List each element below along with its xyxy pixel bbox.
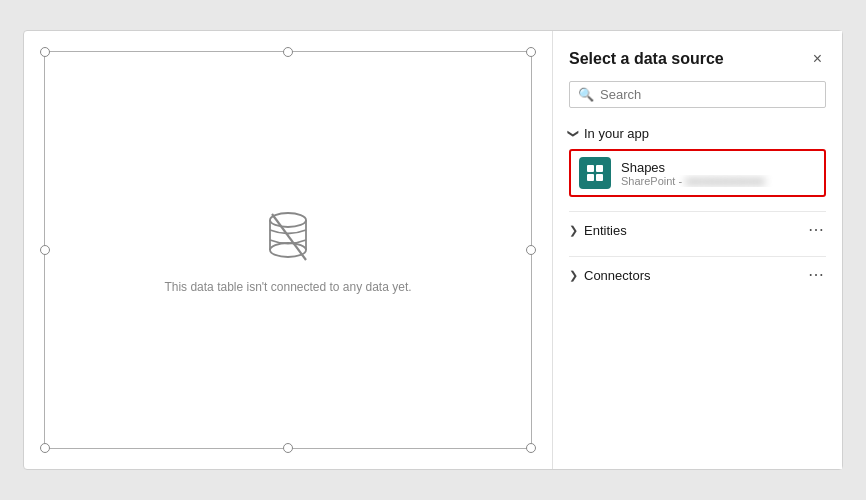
svg-rect-5	[587, 165, 594, 172]
handle-mid-right[interactable]	[526, 245, 536, 255]
search-box[interactable]: 🔍	[569, 81, 826, 108]
canvas-area: This data table isn't connected to any d…	[24, 31, 552, 469]
shapes-subtitle-text: SharePoint -	[621, 175, 685, 187]
handle-top-right[interactable]	[526, 47, 536, 57]
svg-line-4	[272, 214, 306, 260]
search-input[interactable]	[600, 87, 817, 102]
handle-top-left[interactable]	[40, 47, 50, 57]
canvas-content: This data table isn't connected to any d…	[45, 52, 531, 448]
shapes-icon	[585, 163, 605, 183]
section-in-your-app: ❯ In your app Shapes SharePoint - ■■■	[569, 122, 826, 201]
chevron-in-your-app-icon: ❯	[567, 129, 580, 138]
shapes-name: Shapes	[621, 160, 816, 175]
panel-header: Select a data source ×	[569, 49, 826, 69]
section-entities-header[interactable]: ❯ Entities ⋯	[569, 218, 826, 242]
canvas-frame: This data table isn't connected to any d…	[44, 51, 532, 449]
handle-mid-left[interactable]	[40, 245, 50, 255]
handle-bottom-center[interactable]	[283, 443, 293, 453]
chevron-entities-icon: ❯	[569, 224, 578, 237]
section-entities: ❯ Entities ⋯	[569, 218, 826, 246]
panel-title: Select a data source	[569, 50, 724, 68]
handle-bottom-right[interactable]	[526, 443, 536, 453]
divider-2	[569, 256, 826, 257]
canvas-empty-label: This data table isn't connected to any d…	[164, 280, 411, 294]
svg-rect-6	[596, 165, 603, 172]
data-source-panel: Select a data source × 🔍 ❯ In your app	[552, 31, 842, 469]
svg-rect-7	[587, 174, 594, 181]
shapes-info: Shapes SharePoint - ■■■■■■■■■■■■	[621, 160, 816, 187]
svg-rect-8	[596, 174, 603, 181]
entities-more-button[interactable]: ⋯	[808, 222, 826, 238]
main-card: This data table isn't connected to any d…	[23, 30, 843, 470]
shapes-subtitle: SharePoint - ■■■■■■■■■■■■	[621, 175, 816, 187]
empty-data-icon	[256, 206, 320, 270]
divider-1	[569, 211, 826, 212]
section-connectors-header[interactable]: ❯ Connectors ⋯	[569, 263, 826, 287]
shapes-subtitle-blurred: ■■■■■■■■■■■■	[685, 175, 765, 187]
section-connectors: ❯ Connectors ⋯	[569, 263, 826, 291]
section-in-your-app-header[interactable]: ❯ In your app	[569, 122, 826, 145]
svg-point-3	[270, 243, 306, 257]
search-icon: 🔍	[578, 87, 594, 102]
section-entities-label: Entities	[584, 223, 627, 238]
shapes-datasource-item[interactable]: Shapes SharePoint - ■■■■■■■■■■■■	[569, 149, 826, 197]
handle-bottom-left[interactable]	[40, 443, 50, 453]
section-connectors-label: Connectors	[584, 268, 650, 283]
shapes-icon-bg	[579, 157, 611, 189]
close-button[interactable]: ×	[809, 49, 826, 69]
section-in-your-app-label: In your app	[584, 126, 649, 141]
chevron-connectors-icon: ❯	[569, 269, 578, 282]
handle-top-center[interactable]	[283, 47, 293, 57]
connectors-more-button[interactable]: ⋯	[808, 267, 826, 283]
